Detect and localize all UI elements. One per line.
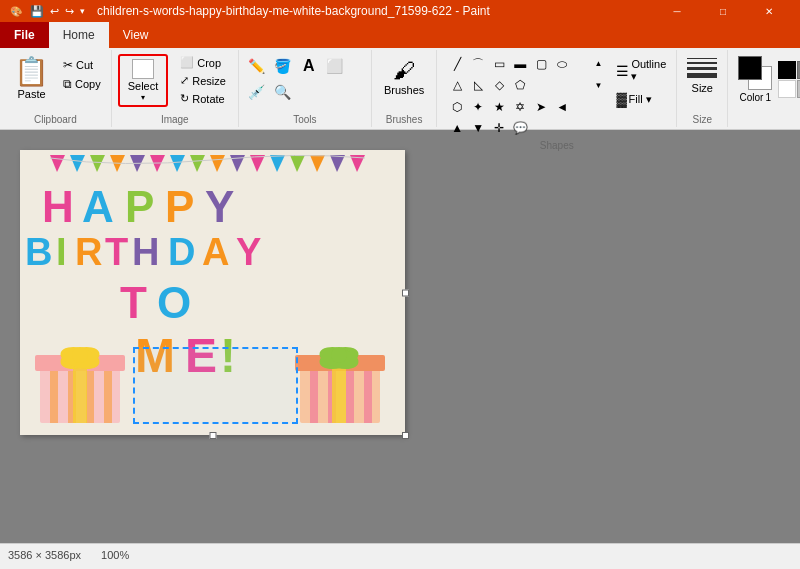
status-bar: 3586 × 3586px 100% [0,543,800,565]
color1-swatch-container [738,56,772,90]
select-button[interactable]: Select ▾ [118,54,169,107]
tab-home[interactable]: Home [49,22,109,48]
svg-rect-48 [346,365,354,423]
canvas-area[interactable]: H A P P Y B I R T H D A Y T O [0,130,800,543]
rect2-shape[interactable]: ▬ [510,54,530,74]
hexagon-shape[interactable]: ⬡ [447,97,467,117]
palette-color-0[interactable] [778,61,796,79]
resize-icon: ⤢ [180,74,189,87]
rounded-rect-shape[interactable]: ▢ [531,54,551,74]
paint-canvas[interactable]: H A P P Y B I R T H D A Y T O [20,150,405,435]
picker-tool[interactable]: 💉 [245,80,269,104]
arrow-right-shape[interactable]: ➤ [531,97,551,117]
cut-button[interactable]: ✂ Cut [59,56,105,74]
cut-icon: ✂ [63,58,73,72]
select-icon [132,59,154,79]
arrow-left-shape[interactable]: ◄ [552,97,572,117]
brushes-label: Brushes [384,84,424,96]
line-shape[interactable]: ╱ [447,54,467,74]
paste-button[interactable]: 📋 Paste [6,54,57,104]
pencil-tool[interactable]: ✏️ [245,54,269,78]
copy-button[interactable]: ⧉ Copy [59,75,105,93]
rotate-icon: ↻ [180,92,189,105]
triangle-shape[interactable]: △ [447,75,467,95]
svg-text:A: A [202,231,229,273]
colors-area: Color 1 [734,54,800,105]
svg-rect-46 [310,365,318,423]
tools-icons-area: ✏️ 🪣 A ⬜ 💉 🔍 [245,54,365,104]
shapes-nav: ▲ ▼ [592,54,604,94]
arrow-down-shape[interactable]: ▼ [468,118,488,138]
svg-text:O: O [157,278,191,327]
fill-button[interactable]: ▓ Fill ▾ [612,89,670,109]
app-icon: 🎨 [8,3,24,19]
svg-text:B: B [25,231,52,273]
colors-group: Color 1 Colors [728,50,800,127]
arrow-up-shape[interactable]: ▲ [447,118,467,138]
rect-shape[interactable]: ▭ [489,54,509,74]
svg-text:!: ! [220,329,236,382]
fill-tool[interactable]: 🪣 [271,54,295,78]
color1-button[interactable]: Color 1 [738,56,772,103]
brushes-group-label: Brushes [386,112,423,125]
pentagon-shape[interactable]: ⬠ [510,75,530,95]
paste-label: Paste [17,88,45,100]
color-palette [778,61,800,98]
star4-shape[interactable]: ✦ [468,97,488,117]
close-button[interactable]: ✕ [746,0,792,22]
tools-group-label: Tools [293,112,316,125]
minimize-button[interactable]: ─ [654,0,700,22]
size-line-4[interactable] [687,73,717,78]
canvas-resize-corner[interactable] [402,432,409,439]
rotate-button[interactable]: ↻ Rotate [174,90,232,107]
ellipse-shape[interactable]: ⬭ [552,54,572,74]
size-lines [687,58,717,78]
window-controls: ─ □ ✕ [654,0,792,22]
zoom-tool[interactable]: 🔍 [271,80,295,104]
shapes-group: ╱ ⌒ ▭ ▬ ▢ ⬭ △ ◺ ◇ ⬠ ⬡ ✦ ★ ✡ ➤ ◄ [437,50,677,127]
shapes-scroll-up[interactable]: ▲ [592,54,604,72]
size-group: Size Size [677,50,728,127]
tab-file[interactable]: File [0,22,49,48]
callout-shape[interactable]: 💬 [510,118,530,138]
svg-text:R: R [75,231,102,273]
shapes-scroll-down[interactable]: ▼ [592,76,604,94]
size-line-1[interactable] [687,58,717,59]
shapes-palette: ╱ ⌒ ▭ ▬ ▢ ⬭ △ ◺ ◇ ⬠ ⬡ ✦ ★ ✡ ➤ ◄ [443,54,589,138]
crop-label: Crop [197,57,221,69]
brushes-button[interactable]: 🖌 Brushes [378,54,430,100]
quick-access-undo[interactable]: ↩ [50,5,59,18]
canvas-resize-right[interactable] [402,289,409,296]
star6-shape[interactable]: ✡ [510,97,530,117]
palette-color-10[interactable] [778,80,796,98]
svg-rect-39 [104,365,112,423]
curve-shape[interactable]: ⌒ [468,54,488,74]
shapes-row-1: ╱ ⌒ ▭ ▬ ▢ ⬭ △ ◺ ◇ ⬠ [447,54,585,95]
size-line-2[interactable] [687,62,717,64]
svg-rect-38 [86,365,94,423]
color1-number: 1 [765,92,771,103]
quick-access-redo[interactable]: ↪ [65,5,74,18]
quick-access-dropdown[interactable]: ▾ [80,6,85,16]
arrow4-shape[interactable]: ✛ [489,118,509,138]
star5-shape[interactable]: ★ [489,97,509,117]
outline-button[interactable]: ☰ Outline ▾ [612,56,670,85]
tab-view[interactable]: View [109,22,163,48]
size-line-3[interactable] [687,67,717,70]
resize-button[interactable]: ⤢ Resize [174,72,232,89]
maximize-button[interactable]: □ [700,0,746,22]
text-tool[interactable]: A [297,54,321,78]
right-tri-shape[interactable]: ◺ [468,75,488,95]
canvas-resize-bottom[interactable] [209,432,216,439]
diamond-shape[interactable]: ◇ [489,75,509,95]
select-dropdown-arrow: ▾ [141,93,145,102]
quick-access-save[interactable]: 💾 [30,5,44,18]
shapes-row-2: ⬡ ✦ ★ ✡ ➤ ◄ ▲ ▼ ✛ 💬 [447,97,585,138]
color-labels: Color 1 [740,92,771,103]
title-bar: 🎨 💾 ↩ ↪ ▾ children-s-words-happy-birthda… [0,0,800,22]
svg-rect-49 [364,365,372,423]
crop-button[interactable]: ⬜ Crop [174,54,232,71]
svg-text:Y: Y [236,231,261,273]
tools-group: ✏️ 🪣 A ⬜ 💉 🔍 Tools [239,50,372,127]
eraser-tool[interactable]: ⬜ [323,54,347,78]
